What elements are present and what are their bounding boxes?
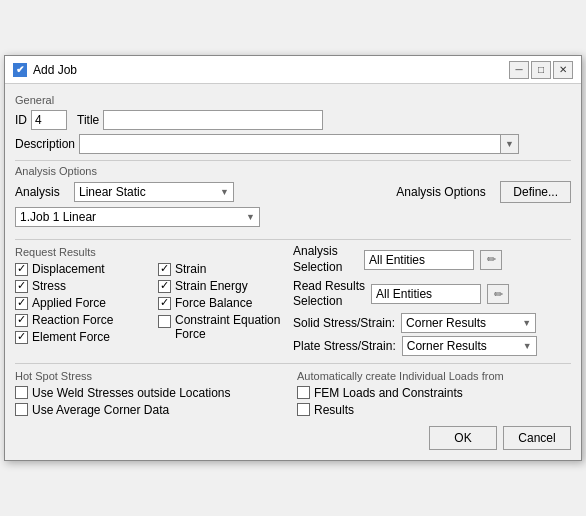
plate-stress-dropdown[interactable]: Corner Results ▼ <box>402 336 537 356</box>
request-results-label: Request Results <box>15 246 285 258</box>
applied-force-row: Applied Force <box>15 296 142 310</box>
solid-stress-label: Solid Stress/Strain: <box>293 316 395 330</box>
auto-create-label: Automatically create Individual Loads fr… <box>297 370 571 382</box>
divider-3 <box>15 363 571 364</box>
minimize-button[interactable]: ─ <box>509 61 529 79</box>
analysis-selection-value: All Entities <box>369 253 425 267</box>
element-force-checkbox[interactable] <box>15 331 28 344</box>
strain-energy-row: Strain Energy <box>158 279 285 293</box>
applied-force-checkbox[interactable] <box>15 297 28 310</box>
fem-loads-label: FEM Loads and Constraints <box>314 386 463 400</box>
analysis-selection-input: All Entities <box>364 250 474 270</box>
cancel-button[interactable]: Cancel <box>503 426 571 450</box>
constraint-eq-label: Constraint Equation Force <box>175 313 285 341</box>
analysis-selection-label: AnalysisSelection <box>293 244 358 275</box>
job-dropdown-value: 1.Job 1 Linear <box>20 210 96 224</box>
job-dropdown[interactable]: 1.Job 1 Linear ▼ <box>15 207 260 227</box>
left-col: Request Results Displacement Stress <box>15 244 285 358</box>
maximize-button[interactable]: □ <box>531 61 551 79</box>
fem-loads-checkbox[interactable] <box>297 386 310 399</box>
read-results-pencil[interactable]: ✏ <box>487 284 509 304</box>
ok-button[interactable]: OK <box>429 426 497 450</box>
auto-create-section: Automatically create Individual Loads fr… <box>297 368 571 420</box>
plate-stress-value: Corner Results <box>407 339 487 353</box>
results-col1: Displacement Stress Applied Force R <box>15 262 142 347</box>
results-col2: Strain Strain Energy Force Balance <box>158 262 285 347</box>
stress-checkbox[interactable] <box>15 280 28 293</box>
avg-corner-row: Use Average Corner Data <box>15 403 289 417</box>
analysis-options-label: Analysis Options <box>396 185 496 199</box>
solid-stress-row: Solid Stress/Strain: Corner Results ▼ <box>293 313 571 333</box>
desc-dropdown-btn[interactable]: ▼ <box>500 135 518 153</box>
constraint-eq-row: Constraint Equation Force <box>158 313 285 341</box>
hot-spot-section: Hot Spot Stress Use Weld Stresses outsid… <box>15 368 289 420</box>
read-results-label: Read ResultsSelection <box>293 279 365 310</box>
divider-1 <box>15 160 571 161</box>
define-button[interactable]: Define... <box>500 181 571 203</box>
displacement-checkbox[interactable] <box>15 263 28 276</box>
strain-label: Strain <box>175 262 206 276</box>
add-job-window: ✔ Add Job ─ □ ✕ General ID Title Descrip… <box>4 55 582 460</box>
results-label: Results <box>314 403 354 417</box>
analysis-options-section-label: Analysis Options <box>15 165 571 177</box>
avg-corner-checkbox[interactable] <box>15 403 28 416</box>
plate-stress-row: Plate Stress/Strain: Corner Results ▼ <box>293 336 571 356</box>
hot-spot-label: Hot Spot Stress <box>15 370 289 382</box>
job-dropdown-row: 1.Job 1 Linear ▼ <box>15 207 571 233</box>
general-section-label: General <box>15 94 571 106</box>
stress-row: Stress <box>15 279 142 293</box>
desc-input-container: ▼ <box>79 134 519 154</box>
strain-energy-checkbox[interactable] <box>158 280 171 293</box>
title-input[interactable] <box>103 110 323 130</box>
element-force-label: Element Force <box>32 330 110 344</box>
close-button[interactable]: ✕ <box>553 61 573 79</box>
read-results-value: All Entities <box>376 287 432 301</box>
id-input[interactable] <box>31 110 67 130</box>
results-checkbox[interactable] <box>297 403 310 416</box>
strain-row: Strain <box>158 262 285 276</box>
force-balance-checkbox[interactable] <box>158 297 171 310</box>
results-section: Request Results Displacement Stress <box>15 244 571 358</box>
results-grid: Displacement Stress Applied Force R <box>15 262 285 347</box>
window-content: General ID Title Description ▼ Analysis … <box>5 84 581 459</box>
plate-stress-arrow: ▼ <box>523 341 532 351</box>
analysis-label: Analysis <box>15 185 70 199</box>
id-label: ID <box>15 113 27 127</box>
element-force-row: Element Force <box>15 330 142 344</box>
strain-checkbox[interactable] <box>158 263 171 276</box>
desc-label: Description <box>15 137 75 151</box>
solid-stress-arrow: ▼ <box>522 318 531 328</box>
plate-stress-label: Plate Stress/Strain: <box>293 339 396 353</box>
solid-stress-value: Corner Results <box>406 316 486 330</box>
force-balance-label: Force Balance <box>175 296 252 310</box>
applied-force-label: Applied Force <box>32 296 106 310</box>
reaction-force-label: Reaction Force <box>32 313 113 327</box>
window-controls: ─ □ ✕ <box>509 61 573 79</box>
right-col: AnalysisSelection All Entities ✏ Read Re… <box>293 244 571 358</box>
constraint-eq-checkbox[interactable] <box>158 315 171 328</box>
force-balance-row: Force Balance <box>158 296 285 310</box>
job-dropdown-arrow: ▼ <box>246 212 255 222</box>
weld-stress-checkbox[interactable] <box>15 386 28 399</box>
weld-stress-row: Use Weld Stresses outside Locations <box>15 386 289 400</box>
analysis-row: Analysis Linear Static ▼ Analysis Option… <box>15 181 571 203</box>
desc-input[interactable] <box>80 135 500 153</box>
analysis-selection-pencil[interactable]: ✏ <box>480 250 502 270</box>
read-results-row: Read ResultsSelection All Entities ✏ <box>293 279 571 310</box>
description-row: Description ▼ <box>15 134 571 154</box>
window-icon: ✔ <box>13 63 27 77</box>
analysis-dropdown-value: Linear Static <box>79 185 146 199</box>
window-title: Add Job <box>33 63 509 77</box>
avg-corner-label: Use Average Corner Data <box>32 403 169 417</box>
analysis-dropdown-arrow: ▼ <box>220 187 229 197</box>
solid-stress-dropdown[interactable]: Corner Results ▼ <box>401 313 536 333</box>
displacement-row: Displacement <box>15 262 142 276</box>
results-row: Results <box>297 403 571 417</box>
read-results-input: All Entities <box>371 284 481 304</box>
reaction-force-checkbox[interactable] <box>15 314 28 327</box>
bottom-section: Hot Spot Stress Use Weld Stresses outsid… <box>15 368 571 420</box>
footer-row: OK Cancel <box>15 426 571 450</box>
analysis-dropdown[interactable]: Linear Static ▼ <box>74 182 234 202</box>
weld-stress-label: Use Weld Stresses outside Locations <box>32 386 231 400</box>
strain-energy-label: Strain Energy <box>175 279 248 293</box>
